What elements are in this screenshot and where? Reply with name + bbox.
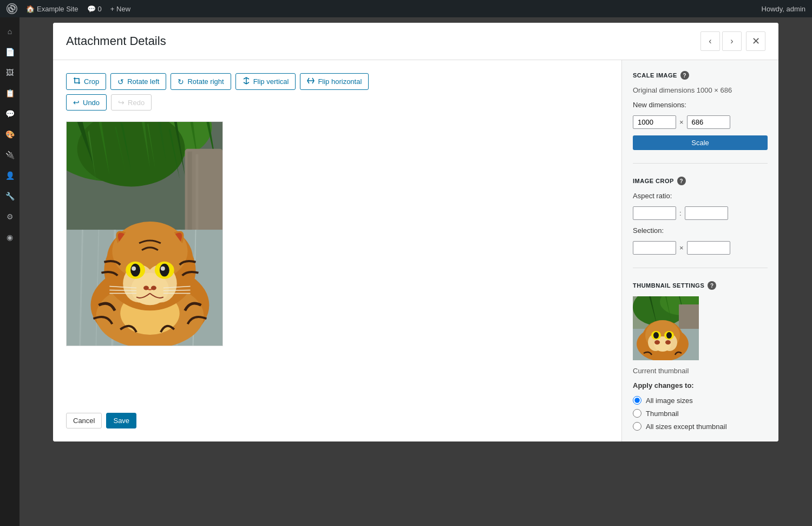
rotate-left-label: Rotate left [127,77,159,86]
selection-height-input[interactable] [687,241,730,255]
new-dimensions-row: × [633,115,768,129]
sidebar-icon-posts[interactable]: 📄 [0,42,19,62]
sidebar-icon-pages[interactable]: 📋 [0,83,19,103]
scale-height-input[interactable] [687,115,730,129]
divider-2 [633,268,768,268]
scale-image-title: SCALE IMAGE ? [633,71,768,80]
attachment-details-modal: Attachment Details ‹ › ✕ [53,23,778,441]
radio-all-except-thumbnail[interactable]: All sizes except thumbnail [633,422,768,431]
edit-sidebar: SCALE IMAGE ? Original dimensions 1000 ×… [621,60,778,441]
flip-vertical-button[interactable]: Flip vertical [235,73,296,90]
bottom-actions: Cancel Save [66,413,608,428]
radio-all-sizes[interactable]: All image sizes [633,396,768,405]
undo-label: Undo [83,99,100,107]
svg-point-53 [653,332,659,339]
modal-title: Attachment Details [66,34,700,48]
radio-all-sizes-input[interactable] [633,396,641,405]
radio-all-except-thumbnail-input[interactable] [633,422,641,431]
flip-horizontal-label: Flip horizontal [318,77,362,86]
svg-point-32 [132,267,136,271]
apply-changes-label: Apply changes to: [633,381,768,389]
sidebar-icon-settings[interactable]: ⚙ [0,207,19,226]
sidebar-icon-plugins[interactable]: 🔌 [0,145,19,165]
svg-point-31 [160,264,169,277]
thumbnail-help-icon[interactable]: ? [708,281,716,290]
sidebar-icon-circle[interactable]: ◉ [0,228,19,247]
rotate-right-button[interactable]: ↻ Rotate right [171,73,231,90]
admin-comments[interactable]: 💬 0 [87,5,102,13]
image-crop-section: IMAGE CROP ? Aspect ratio: : Selection: [633,177,768,255]
aspect-width-input[interactable] [633,206,676,220]
modal-close-button[interactable]: ✕ [746,31,765,51]
image-crop-title: IMAGE CROP ? [633,177,768,185]
sidebar-icon-media[interactable]: 🖼 [0,63,19,82]
svg-point-27 [151,286,156,290]
original-dimensions: Original dimensions 1000 × 686 [633,86,768,94]
admin-new[interactable]: + New [110,5,130,13]
svg-point-56 [665,340,671,345]
svg-point-54 [666,332,672,339]
svg-line-38 [163,290,191,290]
flip-horizontal-icon [307,77,315,86]
radio-thumbnail-label: Thumbnail [646,410,679,418]
image-preview-area [66,121,608,400]
wp-logo [6,3,17,14]
radio-thumbnail-input[interactable] [633,409,641,418]
undo-button[interactable]: ↩ Undo [66,94,107,111]
sidebar-icon-dashboard[interactable]: ⌂ [0,22,19,41]
flip-vertical-label: Flip vertical [253,77,289,86]
selection-separator: × [679,244,684,252]
scale-width-input[interactable] [633,115,676,129]
save-button[interactable]: Save [106,413,136,428]
aspect-ratio-row: : [633,206,768,220]
rotate-left-icon: ↺ [117,77,124,86]
radio-all-except-thumbnail-label: All sizes except thumbnail [646,423,727,431]
modal-body: Crop ↺ Rotate left ↻ Rotate right [53,60,778,441]
sidebar-icon-comments[interactable]: 💬 [0,104,19,124]
wp-admin-sidebar: ⌂ 📄 🖼 📋 💬 🎨 🔌 👤 🔧 ⚙ ◉ [0,17,19,526]
toolbar-row-1: Crop ↺ Rotate left ↻ Rotate right [66,73,608,90]
scale-button[interactable]: Scale [633,135,768,150]
rotate-right-icon: ↻ [178,77,184,86]
svg-point-30 [130,264,140,277]
modal-next-button[interactable]: › [722,31,742,51]
thumbnail-settings-section: THUMBNAIL SETTINGS ? [633,281,768,431]
redo-button[interactable]: ↪ Redo [111,94,152,111]
divider-1 [633,163,768,164]
flip-vertical-icon [243,77,250,86]
rotate-right-label: Rotate right [187,77,224,86]
aspect-height-input[interactable] [685,206,728,220]
crop-help-icon[interactable]: ? [677,177,686,185]
crop-button[interactable]: Crop [66,73,106,90]
svg-point-33 [161,267,165,271]
modal-overlay: Attachment Details ‹ › ✕ [19,17,812,526]
redo-icon: ↪ [118,98,125,107]
crop-label: Crop [84,77,99,86]
toolbar-row-2: ↩ Undo ↪ Redo [66,94,608,111]
selection-width-input[interactable] [633,241,676,255]
flip-horizontal-button[interactable]: Flip horizontal [300,73,369,90]
radio-all-sizes-label: All image sizes [646,397,693,405]
sidebar-icon-appearance[interactable]: 🎨 [0,125,19,144]
modal-header: Attachment Details ‹ › ✕ [53,23,778,60]
svg-point-55 [654,340,660,345]
thumbnail-preview [633,296,699,360]
apply-changes-options: All image sizes Thumbnail All sizes exce… [633,396,768,431]
sidebar-icon-users[interactable]: 👤 [0,166,19,185]
tiger-image[interactable] [66,121,223,346]
current-thumbnail-label: Current thumbnail [633,367,768,375]
sidebar-icon-tools[interactable]: 🔧 [0,186,19,206]
admin-site-name[interactable]: 🏠 Example Site [26,5,78,13]
cancel-button[interactable]: Cancel [66,413,102,428]
scale-separator: × [679,118,684,126]
selection-label: Selection: [633,226,768,235]
scale-image-section: SCALE IMAGE ? Original dimensions 1000 ×… [633,71,768,150]
modal-prev-button[interactable]: ‹ [700,31,720,51]
undo-icon: ↩ [73,98,80,107]
new-dimensions-label: New dimensions: [633,101,768,109]
rotate-left-button[interactable]: ↺ Rotate left [110,73,166,90]
scale-help-icon[interactable]: ? [680,71,689,80]
crop-icon [73,77,81,86]
radio-thumbnail[interactable]: Thumbnail [633,409,768,418]
admin-bar: 🏠 Example Site 💬 0 + New Howdy, admin [0,0,812,17]
